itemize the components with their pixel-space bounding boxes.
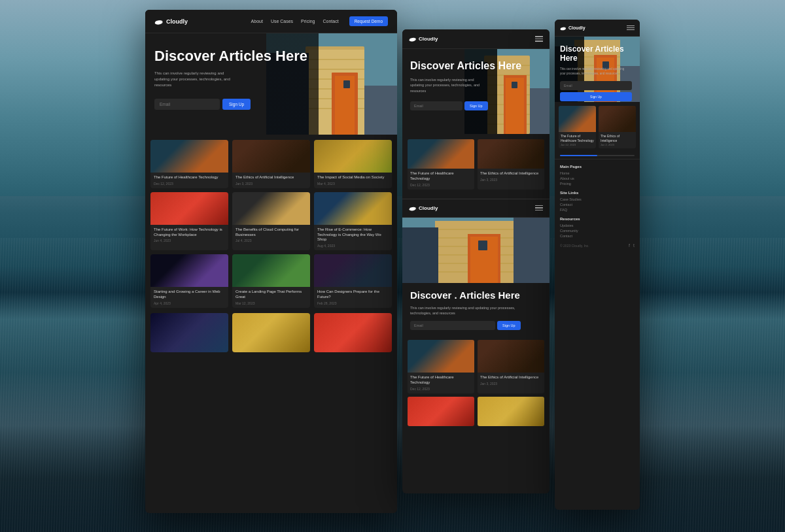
nav-pricing[interactable]: Pricing (301, 19, 315, 24)
article-card-4[interactable]: The Benefits of Cloud Computing for Busi… (232, 192, 310, 250)
tablet-s2-article-0[interactable]: The Future of Healthcare Technology Dec … (408, 340, 474, 393)
article-info-2: The Impact of Social Media on Society Ma… (314, 173, 392, 188)
article-image-extra-1 (232, 313, 310, 352)
svg-rect-50 (478, 241, 487, 250)
facebook-icon[interactable]: f (629, 243, 630, 248)
tablet-s2-img-0 (408, 340, 474, 373)
mobile-footer-resources-heading: Resources (560, 217, 635, 221)
tablet-email-input2[interactable] (410, 321, 495, 330)
tablet-mockup: Cloudly (402, 29, 550, 493)
mobile-footer-link-updates[interactable]: Updates (560, 224, 635, 227)
mobile-footer-link-about[interactable]: About us (560, 176, 635, 180)
tablet-hero-subtitle: This can involve regularly reviewing and… (410, 77, 482, 93)
svg-rect-15 (343, 80, 350, 88)
tablet-s2-img-2 (408, 397, 474, 426)
tablet-signup-button[interactable]: Sign Up (464, 101, 488, 110)
nav-contact[interactable]: Contact (323, 19, 339, 24)
article-info-0: The Future of Healthcare Technology Dec … (150, 173, 228, 188)
article-title-8: How Can Designers Prepare for the Future… (317, 290, 389, 300)
mobile-footer-main-pages: Main Pages Home About us Pricing (560, 165, 635, 186)
tablet-s2-date-0: Dec 12, 2023 (410, 387, 472, 391)
tablet-s2-title-0: The Future of Healthcare Technology (410, 375, 472, 386)
article-card-2[interactable]: The Impact of Social Media on Society Ma… (314, 140, 392, 188)
mobile-footer-link-contact[interactable]: Contact (560, 203, 635, 207)
nav-about[interactable]: About (251, 19, 263, 24)
menu-line-4 (535, 205, 543, 207)
mobile-hamburger-menu[interactable] (627, 25, 635, 31)
article-card-extra-1[interactable] (232, 313, 310, 352)
menu-line-6 (535, 210, 543, 211)
svg-rect-52 (514, 218, 550, 283)
nav-use-cases[interactable]: Use Cases (271, 19, 293, 24)
mobile-menu-line-2 (627, 27, 635, 29)
tablet-cloud-icon (409, 36, 417, 42)
menu-line-1 (535, 36, 543, 37)
article-title-5: The Rise of E-Commerce: How Technology i… (317, 227, 389, 242)
article-card-7[interactable]: Create a Landing Page That Performs Grea… (232, 254, 310, 308)
mobile-article-image-0 (559, 106, 596, 132)
mobile-hero: Discover Articles Here This can involve … (555, 37, 640, 102)
desktop-email-input[interactable] (154, 99, 220, 110)
mobile-footer-resources: Resources Updates Community Contact (560, 217, 635, 238)
mobile-footer-link-community[interactable]: Community (560, 229, 635, 233)
tablet-article-card-0[interactable]: The Future of Healthcare Technology Dec … (408, 139, 474, 190)
tablet-s2-article-1[interactable]: The Ethics of Artificial Intelligence Ja… (478, 340, 544, 393)
mobile-article-info-1: The Ethics of Intelligence Jan 2, 2023 (599, 132, 636, 148)
mobile-email-input[interactable] (560, 81, 632, 90)
svg-point-20 (410, 39, 415, 41)
article-card-extra-2[interactable] (314, 313, 392, 352)
tablet-hero2-content: Discover . Articles Here This can involv… (402, 283, 550, 337)
mobile-article-card-0[interactable]: The Future of Healthcare Technology Jan … (559, 106, 596, 148)
article-card-0[interactable]: The Future of Healthcare Technology Dec … (150, 140, 228, 188)
tablet-article-info-0: The Future of Healthcare Technology Dec … (408, 169, 474, 190)
tablet-hero-form: Sign Up (410, 101, 521, 110)
twitter-icon[interactable]: t (633, 243, 635, 248)
article-image-extra-0 (150, 313, 228, 352)
mobile-footer-site-links-heading: Site Links (560, 191, 635, 195)
mobile-footer-link-home[interactable]: Home (560, 171, 635, 175)
mobile-signup-button[interactable]: Sign Up (560, 92, 632, 101)
article-card-3[interactable]: The Future of Work: How Technology is Ch… (150, 192, 228, 250)
article-info-5: The Rise of E-Commerce: How Technology i… (314, 225, 392, 250)
article-title-6: Starting and Growing a Career in Web Des… (154, 290, 225, 300)
tablet-hero2-building (402, 218, 550, 283)
article-title-7: Create a Landing Page That Performs Grea… (236, 290, 307, 300)
mobile-footer-link-faq[interactable]: FAQ (560, 208, 635, 212)
article-card-5[interactable]: The Rise of E-Commerce: How Technology i… (314, 192, 392, 250)
tablet-hamburger-menu[interactable] (535, 36, 543, 42)
tablet-article-card-1[interactable]: The Ethics of Artificial Intelligence Ja… (478, 139, 544, 190)
article-date-4: Jul 4, 2023 (236, 239, 307, 242)
desktop-nav-links: About Use Cases Pricing Contact (251, 19, 339, 24)
article-card-1[interactable]: The Ethics of Artificial Intelligence Ja… (232, 140, 310, 188)
mobile-footer-link-pricing[interactable]: Pricing (560, 182, 635, 186)
article-title-1: The Ethics of Artificial Intelligence (236, 175, 307, 180)
article-card-extra-0[interactable] (150, 313, 228, 352)
request-demo-button[interactable]: Request Demo (349, 16, 388, 26)
tablet-hamburger-menu2[interactable] (535, 205, 543, 211)
tablet-s2-img-1 (478, 340, 544, 373)
article-date-3: Jun 4, 2023 (154, 239, 225, 242)
desktop-navbar: Cloudly About Use Cases Pricing Contact … (145, 10, 397, 33)
article-image-3 (150, 192, 228, 225)
mobile-hero-title: Discover Articles Here (560, 44, 640, 63)
mobile-footer-site-links: Site Links Case Studies Contact FAQ (560, 191, 635, 212)
svg-point-55 (561, 27, 565, 30)
article-card-6[interactable]: Starting and Growing a Career in Web Des… (150, 254, 228, 308)
tablet-hero: Discover Articles Here This can involve … (402, 49, 550, 134)
tablet-hero2 (402, 218, 550, 283)
mobile-article-card-1[interactable]: The Ethics of Intelligence Jan 2, 2023 (599, 106, 636, 148)
desktop-signup-button[interactable]: Sign Up (222, 99, 251, 110)
tablet-s2-article-3[interactable] (478, 397, 544, 426)
tablet-logo-text: Cloudly (419, 36, 438, 42)
article-image-2 (314, 140, 392, 173)
mobile-footer-link-case-studies[interactable]: Case Studies (560, 197, 635, 201)
tablet-signup-button2[interactable]: Sign Up (497, 321, 521, 330)
mobile-navbar: Cloudly (555, 20, 640, 37)
tablet-email-input[interactable] (410, 101, 462, 110)
tablet-article-date-0: Dec 12, 2023 (410, 183, 472, 187)
article-date-5: Aug 4, 2023 (317, 244, 389, 248)
article-card-8[interactable]: How Can Designers Prepare for the Future… (314, 254, 392, 308)
tablet-section2-articles-row2 (402, 397, 550, 431)
mobile-footer-link-contact2[interactable]: Contact (560, 234, 635, 238)
tablet-s2-article-2[interactable] (408, 397, 474, 426)
